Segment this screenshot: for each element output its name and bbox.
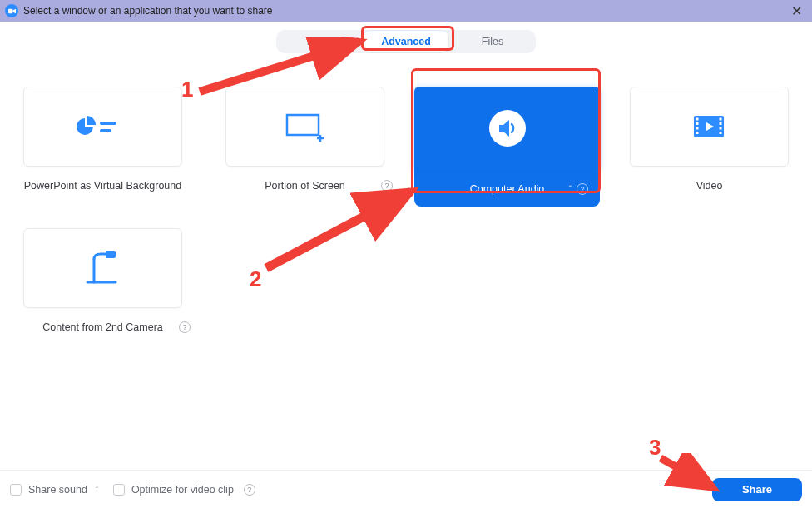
card-label: Computer Audio: [470, 183, 545, 195]
tab-files[interactable]: Files: [449, 30, 536, 53]
card-label: Video: [696, 180, 723, 192]
card-label: Content from 2nd Camera: [42, 321, 163, 333]
card-label-row: Video: [616, 180, 802, 192]
card-label: Portion of Screen: [265, 180, 345, 192]
footer-left: Share sound ˇ Optimize for video clip ?: [10, 484, 255, 496]
card-label: PowerPoint as Virtual Background: [24, 180, 181, 192]
svg-rect-14: [720, 122, 722, 125]
card-label-row: Portion of Screen ?: [212, 180, 398, 192]
svg-rect-3: [100, 129, 111, 132]
svg-rect-2: [100, 122, 116, 125]
svg-rect-16: [720, 132, 722, 134]
chevron-down-icon[interactable]: ˇ: [96, 486, 98, 494]
tab-basic[interactable]: Basic: [276, 30, 363, 53]
film-icon: [692, 114, 725, 139]
share-sound-checkbox[interactable]: [10, 484, 22, 496]
help-icon[interactable]: ?: [381, 180, 393, 192]
svg-rect-10: [696, 122, 699, 125]
doc-camera-icon: [82, 251, 122, 286]
svg-rect-0: [8, 8, 12, 12]
card-second-camera[interactable]: Content from 2nd Camera ?: [10, 228, 196, 348]
tabs-row: Basic Advanced Files: [0, 30, 812, 53]
help-icon[interactable]: ?: [244, 484, 255, 496]
svg-rect-15: [720, 127, 722, 130]
chevron-down-icon[interactable]: ˇ: [569, 185, 572, 194]
optimize-label: Optimize for video clip: [131, 484, 234, 496]
card-label-row: Content from 2nd Camera ?: [10, 321, 196, 333]
help-icon[interactable]: ?: [179, 321, 191, 333]
share-sound-label: Share sound: [28, 484, 87, 496]
crop-rect-icon: [284, 112, 325, 142]
card-thumb: [414, 87, 600, 170]
share-options-grid: PowerPoint as Virtual Background Portion…: [0, 67, 812, 348]
card-video[interactable]: Video: [616, 87, 802, 207]
help-icon[interactable]: ?: [577, 183, 588, 195]
svg-rect-4: [287, 115, 319, 135]
svg-rect-9: [696, 118, 699, 121]
card-ppt-virtual-bg[interactable]: PowerPoint as Virtual Background: [10, 87, 196, 207]
optimize-checkbox[interactable]: [113, 484, 125, 496]
svg-rect-19: [106, 251, 116, 258]
card-thumb: [23, 87, 183, 167]
card-thumb: [225, 87, 385, 167]
close-icon[interactable]: ✕: [786, 3, 807, 19]
svg-rect-11: [696, 127, 699, 130]
card-portion-of-screen[interactable]: Portion of Screen ?: [212, 87, 398, 207]
card-label-row: Computer Audio ˇ ?: [414, 183, 600, 195]
card-thumb: [630, 87, 790, 167]
svg-rect-12: [696, 132, 699, 134]
footer: Share sound ˇ Optimize for video clip ? …: [0, 470, 812, 508]
card-label-row: PowerPoint as Virtual Background: [10, 180, 196, 192]
window-title: Select a window or an application that y…: [23, 5, 273, 17]
tab-advanced[interactable]: Advanced: [363, 30, 449, 53]
annotation-number-3: 3: [649, 435, 661, 461]
titlebar-left: Select a window or an application that y…: [5, 4, 273, 17]
tabs: Basic Advanced Files: [276, 30, 536, 53]
speaker-icon: [488, 108, 527, 148]
share-button[interactable]: Share: [712, 478, 802, 501]
svg-rect-13: [720, 118, 722, 121]
titlebar: Select a window or an application that y…: [0, 0, 812, 22]
card-thumb: [23, 228, 183, 308]
pie-chart-icon: [73, 112, 131, 141]
app-icon: [5, 4, 18, 17]
card-computer-audio[interactable]: Computer Audio ˇ ?: [414, 87, 600, 207]
